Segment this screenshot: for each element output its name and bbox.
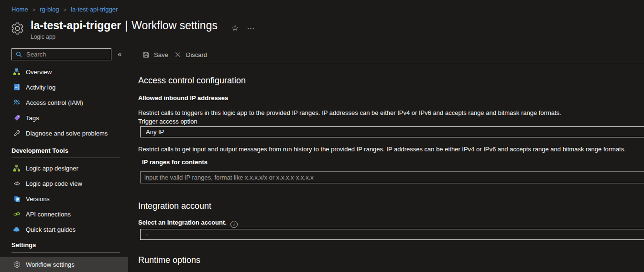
sidebar-item-label: API connections xyxy=(26,211,71,218)
sidebar-item-label: Tags xyxy=(26,114,39,122)
discard-button-label: Discard xyxy=(186,51,207,58)
sidebar-group-development-tools: Development Tools xyxy=(11,147,68,154)
designer-icon xyxy=(13,164,21,172)
sidebar-search[interactable] xyxy=(11,48,111,60)
sidebar-item-overview[interactable]: Overview xyxy=(0,64,128,79)
sidebar-item-versions[interactable]: Versions xyxy=(0,191,128,206)
page-title: la-test-api-trigger | Workflow settings xyxy=(31,19,218,32)
toolbar-divider xyxy=(138,63,644,63)
save-icon xyxy=(142,51,150,58)
logic-app-gear-icon xyxy=(11,22,24,35)
allowed-inbound-ip-label: Allowed inbound IP addresses xyxy=(138,94,228,102)
integration-account-heading: Integration account xyxy=(138,201,211,211)
search-input[interactable] xyxy=(25,50,108,58)
sidebar-item-label: Access control (IAM) xyxy=(26,99,83,106)
tag-icon xyxy=(13,114,21,122)
page-header: la-test-api-trigger | Workflow settings … xyxy=(11,19,255,40)
runtime-options-heading: Runtime options xyxy=(138,255,200,265)
gear-icon xyxy=(13,261,21,269)
breadcrumb-home[interactable]: Home xyxy=(11,6,28,13)
save-button[interactable]: Save xyxy=(142,49,168,60)
azure-portal-workflow-settings: Home > rg-blog > la-test-api-trigger la-… xyxy=(0,0,644,272)
integration-account-select[interactable]: - xyxy=(140,229,644,240)
sidebar-item-label: Workflow settings xyxy=(26,261,75,268)
sidebar-item-quick-start-guides[interactable]: Quick start guides xyxy=(0,222,128,237)
sidebar-group-divider xyxy=(11,158,120,158)
versions-icon xyxy=(13,195,21,203)
trigger-access-option-select[interactable]: Any IP xyxy=(140,126,644,137)
integration-account-select-value: - xyxy=(146,231,148,238)
save-button-label: Save xyxy=(154,51,168,58)
sidebar-item-label: Versions xyxy=(26,195,50,203)
breadcrumb-logic-app[interactable]: la-test-api-trigger xyxy=(71,6,118,13)
favorite-star-icon[interactable]: ☆ xyxy=(231,23,239,33)
breadcrumb: Home > rg-blog > la-test-api-trigger xyxy=(11,6,118,13)
trigger-access-option-label: Trigger access option xyxy=(138,118,197,125)
close-icon xyxy=(174,51,182,58)
sidebar-item-tags[interactable]: Tags xyxy=(0,110,128,125)
wrench-icon xyxy=(13,129,21,137)
trigger-restrict-description: Restrict calls to triggers in this logic… xyxy=(138,109,561,116)
link-icon xyxy=(13,210,21,218)
collapse-sidebar-icon[interactable]: « xyxy=(118,50,121,58)
breadcrumb-resource-group[interactable]: rg-blog xyxy=(40,6,59,13)
integration-account-select-label-text: Select an Integration account. xyxy=(138,219,227,226)
ip-ranges-for-contents-label: IP ranges for contents xyxy=(142,159,207,166)
sidebar-item-label: Logic app designer xyxy=(26,165,78,172)
sidebar-item-api-connections[interactable]: API connections xyxy=(0,206,128,222)
access-control-heading: Access control configuration xyxy=(138,76,246,86)
overview-icon xyxy=(13,68,21,76)
sidebar-item-activity-log[interactable]: Activity log xyxy=(0,79,128,95)
code-view-icon: </> xyxy=(13,180,21,187)
sidebar-item-label: Activity log xyxy=(26,84,55,91)
page-title-divider: | xyxy=(125,19,128,32)
sidebar-group-divider xyxy=(11,252,120,253)
sidebar-group-settings: Settings xyxy=(11,241,36,249)
sidebar-item-label: Diagnose and solve problems xyxy=(26,130,108,137)
info-icon[interactable]: i xyxy=(230,221,238,228)
sidebar-item-logic-app-code-view[interactable]: </> Logic app code view xyxy=(0,176,128,191)
sidebar-item-label: Overview xyxy=(26,68,52,76)
sidebar-item-access-control-iam[interactable]: Access control (IAM) xyxy=(0,95,128,110)
breadcrumb-separator: > xyxy=(64,7,66,12)
cloud-icon xyxy=(13,226,21,233)
sidebar-item-logic-app-designer[interactable]: Logic app designer xyxy=(0,160,128,176)
sidebar-item-diagnose[interactable]: Diagnose and solve problems xyxy=(0,125,128,141)
page-subtitle: Logic app xyxy=(31,34,218,40)
sidebar-item-label: Quick start guides xyxy=(26,226,76,233)
trigger-access-option-value: Any IP xyxy=(146,128,164,136)
people-icon xyxy=(13,99,21,106)
integration-account-select-label: Select an Integration account.i xyxy=(138,219,238,228)
activity-log-icon xyxy=(13,83,21,91)
more-options-icon[interactable]: ··· xyxy=(247,24,255,32)
sidebar-item-workflow-settings[interactable]: Workflow settings xyxy=(0,257,128,272)
search-icon xyxy=(15,51,22,58)
contents-restrict-description: Restrict calls to get input and output m… xyxy=(138,146,626,153)
page-title-blade-name: Workflow settings xyxy=(131,19,218,32)
page-title-resource-name: la-test-api-trigger xyxy=(31,19,121,32)
ip-ranges-input[interactable] xyxy=(140,171,644,183)
sidebar-item-label: Logic app code view xyxy=(26,180,82,187)
discard-button[interactable]: Discard xyxy=(174,49,207,60)
breadcrumb-separator: > xyxy=(33,7,35,12)
